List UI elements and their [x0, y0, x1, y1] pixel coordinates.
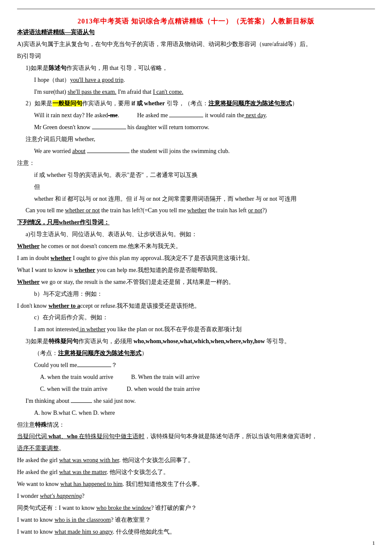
main-title: 2013年中考英语 知识综合考点精讲精练（十一）（无答案） 人教新目标版 [17, 17, 375, 26]
page-number: 1 [372, 540, 375, 546]
content-body: A)宾语从句属于主从复合句，在句中充当句子的宾语，常用语及物动词、动词和少数形容… [17, 39, 375, 537]
top-border [17, 9, 375, 9]
section-title: 本讲语法精讲精练—宾语从句 [17, 29, 375, 36]
